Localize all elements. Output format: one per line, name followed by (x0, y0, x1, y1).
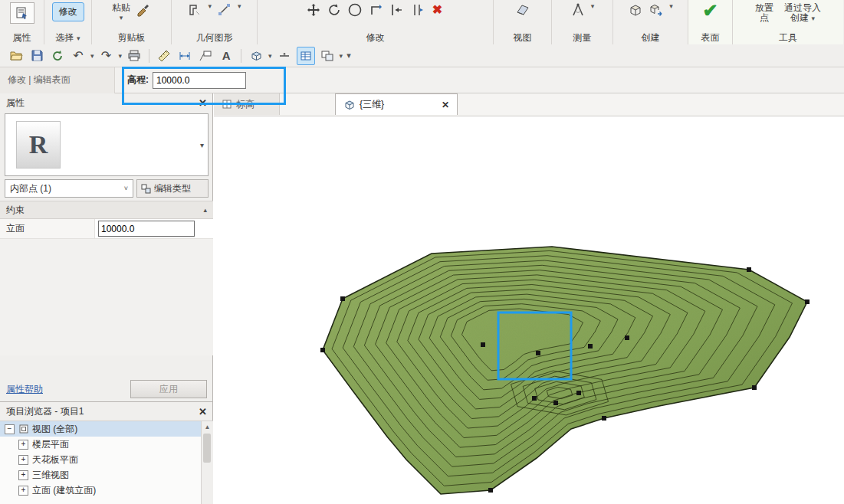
left-dock: 属性 ✕ R ▾ 内部点 (1) ˅ 编辑类型 约 (0, 93, 213, 504)
offset-tool-icon[interactable] (409, 2, 425, 18)
circle-tool-icon[interactable] (347, 2, 363, 18)
terrain-point-handle[interactable] (488, 488, 493, 493)
save-icon[interactable] (28, 47, 45, 64)
toolbar-separator (149, 49, 149, 63)
terrain-point-handle[interactable] (602, 416, 606, 421)
modify-tool-button[interactable]: 修改 (52, 2, 84, 21)
expand-node-icon[interactable]: + (18, 486, 28, 496)
open-icon[interactable] (8, 47, 25, 64)
selected-point-handle[interactable] (536, 351, 540, 355)
properties-help-link[interactable]: 属性帮助 (6, 383, 43, 396)
scroll-up-icon[interactable]: ▲ (202, 421, 213, 430)
options-bar: 修改 | 编辑表面 高程: (0, 67, 844, 93)
align-tool-icon[interactable] (389, 2, 404, 18)
measure-tool-icon[interactable] (570, 2, 586, 18)
expand-node-icon[interactable]: + (18, 440, 28, 450)
paste-dropdown-icon: ▾ (120, 13, 123, 23)
views-category-icon (18, 424, 28, 434)
edit-type-button[interactable]: 编辑类型 (136, 179, 209, 198)
ribbon-panel-modify: ✖ 修改 (258, 0, 494, 44)
expand-node-icon[interactable]: + (18, 455, 28, 465)
parameter-value-input[interactable] (98, 221, 195, 237)
panel-label-tools: 工具 (733, 32, 843, 44)
panel-label-measure: 测量 (552, 32, 612, 44)
view-tool-icon[interactable] (515, 2, 530, 18)
terrain-point-handle[interactable] (576, 391, 581, 395)
terrain-point-handle[interactable] (805, 299, 810, 304)
tile-windows-dropdown-icon[interactable]: ▾ (340, 52, 343, 60)
section-collapse-icon[interactable]: ▴ (203, 206, 207, 214)
terrain-point-handle[interactable] (481, 342, 485, 347)
ribbon-panel-measure: ▾ 测量 (552, 0, 613, 44)
measure-quick-icon[interactable] (156, 47, 172, 64)
undo-icon[interactable]: ↶ (70, 47, 87, 64)
terrain-point-handle[interactable] (340, 296, 345, 301)
create-from-import-button[interactable]: 通过导入 创建 ▾ (784, 2, 821, 24)
tag-icon[interactable] (197, 47, 214, 64)
customize-qat-icon[interactable]: ▾ (346, 51, 351, 61)
browser-scrollbar[interactable]: ▲ (201, 421, 213, 504)
constraints-section-header[interactable]: 约束 ▴ (0, 201, 213, 219)
redo-dropdown-icon[interactable]: ▾ (119, 52, 123, 60)
collapse-node-icon[interactable]: − (5, 424, 15, 434)
properties-toggle-icon[interactable] (10, 2, 34, 24)
type-selector[interactable]: R ▾ (5, 113, 209, 176)
cut-geometry-icon[interactable] (187, 2, 202, 18)
redo-icon[interactable]: ↷ (98, 47, 115, 64)
tree-item-floor-plans[interactable]: + 楼层平面 (0, 437, 213, 452)
default-3d-view-icon[interactable] (248, 47, 264, 64)
ribbon-panel-clipboard: 粘贴 ▾ 剪贴板 (92, 0, 172, 44)
project-browser-close-icon[interactable]: ✕ (199, 406, 207, 417)
finish-surface-icon[interactable]: ✔ (702, 2, 718, 19)
join-geometry-icon[interactable] (217, 2, 232, 18)
tree-item-elevations[interactable]: + 立面 (建筑立面) (0, 483, 213, 498)
tile-windows-icon[interactable] (319, 47, 336, 64)
measure-dropdown-icon[interactable]: ▾ (591, 2, 595, 10)
tree-item-views-root[interactable]: − 视图 (全部) (0, 421, 213, 437)
create-dropdown-icon[interactable]: ▾ (669, 2, 673, 10)
terrain-surface[interactable] (213, 96, 844, 504)
browser-tree: − 视图 (全部) + 楼层平面 + 天花板平面 + 三维视图 (0, 421, 213, 504)
family-thumbnail: R (16, 121, 61, 169)
apply-button[interactable]: 应用 (130, 380, 207, 398)
trim-tool-icon[interactable] (368, 2, 383, 18)
join-dropdown-icon[interactable]: ▾ (238, 2, 241, 10)
panel-label-create: 创建 (613, 32, 688, 44)
terrain-point-handle[interactable] (553, 401, 558, 405)
thin-lines-toggle-icon[interactable] (297, 47, 315, 65)
properties-empty-area (0, 239, 213, 355)
text-tool-icon[interactable]: A (218, 47, 235, 64)
type-selector-dropdown-icon[interactable]: ▾ (200, 141, 204, 149)
print-icon[interactable] (126, 47, 143, 64)
move-tool-icon[interactable] (306, 2, 321, 18)
tree-item-3d-views[interactable]: + 三维视图 (0, 467, 213, 483)
panel-label-select[interactable]: 选择 ▾ (44, 32, 91, 44)
terrain-point-handle[interactable] (747, 267, 751, 272)
properties-close-icon[interactable]: ✕ (199, 97, 207, 109)
aligned-dimension-icon[interactable] (176, 47, 193, 64)
tree-item-ceiling-plans[interactable]: + 天花板平面 (0, 452, 213, 467)
elevation-input[interactable] (153, 72, 246, 89)
terrain-point-handle[interactable] (752, 385, 757, 390)
cut-dropdown-icon[interactable]: ▾ (208, 2, 212, 10)
terrain-point-handle[interactable] (532, 396, 537, 401)
place-point-button[interactable]: 放置 点 (755, 2, 773, 23)
create-similar-icon[interactable] (649, 2, 664, 18)
undo-dropdown-icon[interactable]: ▾ (90, 52, 94, 60)
expand-node-icon[interactable]: + (18, 470, 28, 480)
scrollbar-thumb[interactable] (203, 434, 211, 463)
terrain-point-handle[interactable] (320, 348, 325, 352)
ribbon: 属性 修改 选择 ▾ 粘贴 ▾ 剪贴板 (0, 0, 844, 45)
paste-button[interactable]: 粘贴 ▾ (112, 2, 130, 23)
rotate-tool-icon[interactable] (327, 2, 342, 18)
delete-tool-icon[interactable]: ✖ (430, 2, 445, 18)
create-group-icon[interactable] (628, 2, 643, 18)
terrain-point-handle[interactable] (625, 335, 629, 340)
3d-view-dropdown-icon[interactable]: ▾ (268, 52, 272, 60)
match-type-brush-icon[interactable] (136, 2, 151, 18)
sync-icon[interactable] (49, 47, 66, 64)
terrain-point-handle[interactable] (588, 344, 593, 349)
instance-filter-combo[interactable]: 内部点 (1) ˅ (5, 179, 133, 198)
ribbon-panel-create: ▾ 创建 (613, 0, 688, 44)
section-icon[interactable] (276, 47, 293, 64)
